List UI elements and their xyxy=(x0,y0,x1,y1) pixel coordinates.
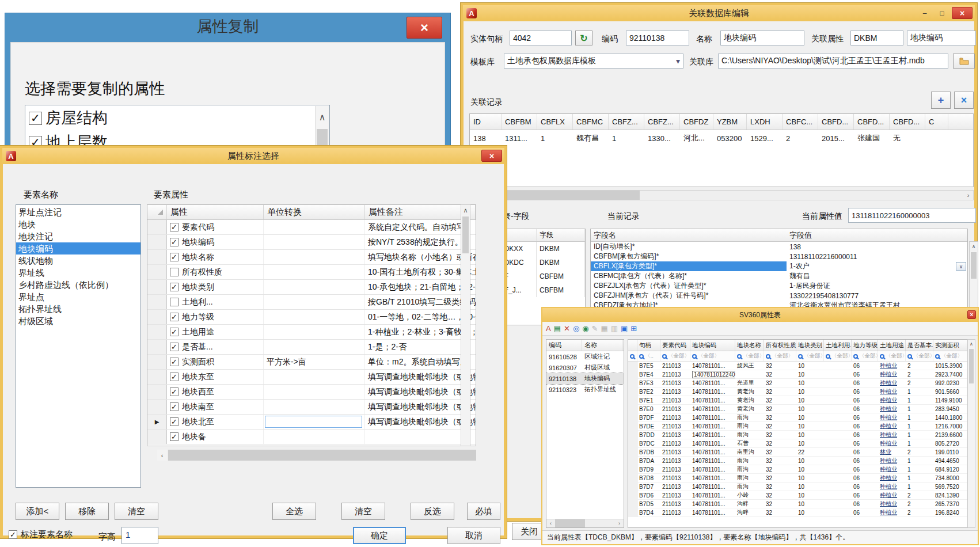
attribute-row[interactable]: ▶ 地力等级 01-一等地，02-二等地…，10-十等 xyxy=(147,310,476,325)
scrollbar-thumb[interactable] xyxy=(555,519,585,527)
edit-icon[interactable]: ✎ xyxy=(592,324,598,333)
parcel-code-cell[interactable]: 140781101... xyxy=(690,500,735,508)
delete-record-button[interactable]: × xyxy=(954,92,974,109)
column-header[interactable]: CBFD... xyxy=(890,114,925,130)
linked-records-table[interactable]: IDCBFBMCBFLXCBFMCCBFZ...CBFZ...CBFDZYZBM… xyxy=(469,113,974,187)
land-use-cell[interactable]: 种植业 xyxy=(878,422,906,430)
row-selector-cell[interactable] xyxy=(628,448,637,456)
row-selector-cell[interactable] xyxy=(628,465,637,473)
parcel-code-cell[interactable]: 1407811012240000024 xyxy=(690,370,735,378)
feature-list-item[interactable]: 乡村路虚边线（依比例） xyxy=(16,279,140,291)
attribute-row[interactable]: ▶ 地块北至 填写调查地块毗邻地块（或地物）. xyxy=(147,415,476,430)
row-selector-cell[interactable] xyxy=(628,439,637,447)
filter-row[interactable]: 〈.. 〈全部〉 〈全部〉 〈全部〉 xyxy=(628,351,975,362)
feature-list-item[interactable]: 拓扑界址线 xyxy=(16,303,140,315)
scroll-up-icon[interactable]: ∧ xyxy=(461,205,470,215)
unit-cell[interactable] xyxy=(264,295,365,309)
unit-cell[interactable] xyxy=(264,250,365,264)
parcel-code-cell[interactable]: 140781101... xyxy=(690,379,735,387)
attribute-checkbox[interactable] xyxy=(170,283,178,291)
row-selector-cell[interactable] xyxy=(628,491,637,499)
table-row[interactable]: B7D7 211013 140781101... 雨沟 32 10 06 种植业… xyxy=(628,483,975,491)
table-row[interactable]: B7D9 211013 140781101... 雨沟 32 10 06 种植业… xyxy=(628,465,975,474)
find-icon[interactable]: ◎ xyxy=(573,324,579,333)
attribute-column-header[interactable]: 属性 xyxy=(167,205,264,219)
column-header[interactable]: 是否基本... xyxy=(906,340,933,351)
field-column-header[interactable]: 字段 xyxy=(537,229,585,241)
field-value-header[interactable]: 字段值 xyxy=(787,229,967,241)
parcel-code-cell[interactable]: 140781101... xyxy=(690,491,735,499)
column-header[interactable]: CBFD... xyxy=(818,114,854,130)
table-row[interactable]: B7E4 211013 1407811012240000024 32 10 06… xyxy=(628,370,975,379)
filter-cell[interactable]: 〈全部〉 xyxy=(764,351,796,361)
table-vscrollbar[interactable]: ∧ xyxy=(967,339,975,528)
attribute-copy-titlebar[interactable]: 属性复制 × xyxy=(5,13,450,40)
table-row[interactable]: B7E0 211013 140781101... 黄老沟 32 10 06 种植… xyxy=(628,405,975,413)
row-selector-cell[interactable] xyxy=(628,422,637,430)
refresh-table-icon[interactable]: ▣ xyxy=(621,324,628,333)
unit-cell[interactable] xyxy=(264,415,365,429)
field-row[interactable]: CBFZJHM[承包方（代表）证件号码]* 133022195408130777… xyxy=(591,291,967,301)
scrollbar-thumb[interactable] xyxy=(462,216,469,253)
column-header[interactable]: 土地用途 xyxy=(878,340,906,351)
unit-column-header[interactable]: 单位转换 xyxy=(264,205,365,219)
layer-panel[interactable]: 编码 名称 91610528 区域注记 91620307 村级区域 xyxy=(546,339,624,528)
filter-cell[interactable]: 〈全部〉 xyxy=(690,351,735,361)
parcel-code-cell[interactable]: 140781101... xyxy=(690,448,735,456)
row-selector-cell[interactable] xyxy=(628,474,637,482)
parcel-code-cell[interactable]: 140781101... xyxy=(690,396,735,404)
land-use-cell[interactable]: 种植业 xyxy=(878,362,906,370)
row-selector-cell[interactable] xyxy=(628,508,637,516)
row-selector-cell[interactable] xyxy=(628,370,637,378)
column-header[interactable]: ID xyxy=(470,114,502,130)
delete-record-icon[interactable]: ✕ xyxy=(564,324,570,333)
clear-attrs-button[interactable]: 清空 xyxy=(341,503,385,520)
scrollbar-thumb[interactable] xyxy=(168,450,476,461)
maximize-button[interactable]: □ xyxy=(935,7,949,19)
unit-cell[interactable] xyxy=(264,310,365,324)
column-header[interactable]: 实测面积 xyxy=(933,340,969,351)
item-checkbox[interactable] xyxy=(29,112,42,125)
attribute-table-vscrollbar[interactable]: ∧ xyxy=(461,204,470,446)
attribute-checkbox[interactable] xyxy=(170,238,178,246)
parcel-code-cell[interactable]: 140781101... xyxy=(690,457,735,465)
unit-cell[interactable] xyxy=(264,385,365,399)
attribute-checkbox[interactable] xyxy=(170,358,178,366)
filter-corner-cell[interactable] xyxy=(628,351,637,361)
attribute-row[interactable]: ▶ 土地利... 按GB/T 21010填写二级类编码。... xyxy=(147,295,476,310)
export-icon[interactable]: ▥ xyxy=(611,324,618,333)
table-row[interactable]: B7D8 211013 140781101... 雨沟 32 10 06 种植业… xyxy=(628,474,975,483)
parcel-code-cell[interactable]: 140781101... xyxy=(690,422,735,430)
ok-button[interactable]: 确定 xyxy=(353,527,406,544)
scroll-left-icon[interactable]: ‹ xyxy=(157,450,167,461)
feature-list-item[interactable]: 线状地物 xyxy=(16,254,140,267)
clear-features-button[interactable]: 清空 xyxy=(115,503,158,520)
layer-row[interactable]: 92110323 拓扑界址线 xyxy=(546,384,624,395)
column-header[interactable]: 地力等级 xyxy=(852,340,878,351)
records-hscrollbar[interactable]: › xyxy=(469,190,974,200)
parcel-code-cell[interactable]: 140781101... xyxy=(690,388,735,396)
name-field[interactable]: 地块编码 xyxy=(720,31,804,45)
feature-list-item[interactable]: 地块 xyxy=(16,218,140,230)
table-row[interactable]: B7DC 211013 140781101... 石普 32 10 06 种植业… xyxy=(628,439,975,448)
filter-cell[interactable]: 〈全部〉 xyxy=(906,351,933,361)
land-use-cell[interactable]: 种植业 xyxy=(878,439,906,447)
attribute-row[interactable]: ▶ 地块类别 10-承包地块；21-自留地；22-机... xyxy=(147,280,476,295)
land-use-cell[interactable]: 种植业 xyxy=(878,457,906,465)
select-entity-icon[interactable]: A xyxy=(546,324,551,333)
row-selector-cell[interactable] xyxy=(628,362,637,370)
layer-row[interactable]: 91620307 村级区域 xyxy=(546,362,624,373)
scroll-left-icon[interactable]: ‹ xyxy=(546,519,555,527)
field-name-header[interactable]: 字段名 xyxy=(591,229,787,241)
column-header[interactable]: 地块编码 xyxy=(690,340,735,351)
attribute-checkbox[interactable] xyxy=(170,388,178,396)
attribute-checkbox[interactable] xyxy=(170,432,178,441)
land-use-cell[interactable]: 种植业 xyxy=(878,483,906,491)
attribute-row[interactable]: ▶ 地块编码 按NY/T 2538的规定执行。 xyxy=(147,235,476,250)
row-selector-cell[interactable] xyxy=(628,396,637,404)
column-header[interactable]: CBFC... xyxy=(783,114,818,130)
find-replace-icon[interactable]: ◉ xyxy=(582,324,588,333)
attribute-row[interactable]: ▶ 土地用途 1-种植业；2-林业；3-畜牧业；4. xyxy=(147,325,476,340)
land-use-cell[interactable]: 林业 xyxy=(878,448,906,456)
scroll-up-icon[interactable]: ∧ xyxy=(968,340,975,348)
